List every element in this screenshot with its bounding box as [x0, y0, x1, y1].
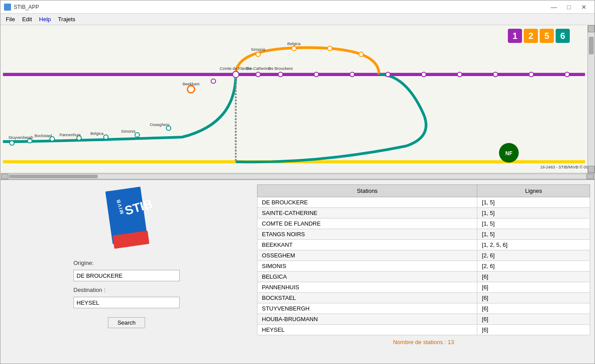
svg-text:De Brouckere: De Brouckere — [268, 66, 293, 71]
table-row: SIMONIS[2, 6] — [257, 261, 590, 272]
svg-point-30 — [327, 46, 332, 51]
menu-trajets[interactable]: Trajets — [54, 15, 79, 23]
map-scrollbar-horizontal[interactable] — [0, 173, 595, 179]
lignes-cell: [2, 6] — [477, 250, 590, 261]
svg-point-17 — [104, 135, 108, 139]
lignes-cell: [1, 5] — [477, 218, 590, 229]
destination-label: Destination : — [73, 287, 180, 293]
svg-point-8 — [233, 71, 239, 77]
col-header-lignes: Lignes — [477, 185, 590, 197]
app-window: STIB_APP — □ ✕ File Edit Help Trajets 1 … — [0, 0, 595, 364]
svg-point-6 — [256, 72, 260, 77]
close-button[interactable]: ✕ — [577, 3, 591, 11]
svg-point-35 — [422, 72, 426, 77]
line-legend: 1 2 5 6 — [508, 29, 570, 43]
logo-stib-text: STIB — [123, 197, 154, 218]
station-name-cell: PANNENHUIS — [257, 282, 477, 293]
svg-point-25 — [10, 141, 14, 145]
stations-table: Stations Lignes DE BROUCKERE[1, 5]SAINTE… — [257, 184, 590, 335]
lignes-cell: [1, 2, 5, 6] — [477, 240, 590, 250]
legend-line-2: 2 — [524, 29, 538, 43]
table-row: ETANGS NOIRS[1, 5] — [257, 229, 590, 240]
menu-edit[interactable]: Edit — [19, 15, 35, 23]
svg-point-38 — [529, 72, 534, 77]
right-panel: Stations Lignes DE BROUCKERE[1, 5]SAINTE… — [253, 180, 595, 364]
station-name-cell: BEEKKANT — [257, 240, 477, 250]
destination-dropdown-container: HEYSEL DE BROUCKERE SAINTE-CATHERINE COM… — [73, 297, 180, 308]
svg-point-39 — [565, 72, 569, 77]
station-name-cell: DE BROUCKERE — [257, 197, 477, 208]
lignes-cell: [6] — [477, 282, 590, 293]
station-name-cell: HOUBA-BRUGMANN — [257, 314, 477, 325]
table-row: BOCKSTAEL[6] — [257, 293, 590, 303]
left-panel: MIVB STIB Origine: DE BROUCKERE SAINTE-C… — [0, 180, 253, 364]
svg-point-15 — [135, 133, 139, 137]
app-title: STIB_APP — [14, 4, 39, 10]
menu-bar: File Edit Help Trajets — [0, 14, 595, 25]
stib-logo: MIVB STIB — [100, 189, 153, 251]
svg-text:NF: NF — [505, 150, 512, 157]
svg-text:Bockstael: Bockstael — [35, 134, 52, 138]
svg-point-11 — [188, 86, 195, 93]
legend-line-1: 1 — [508, 29, 522, 43]
table-row: BELGICA[6] — [257, 272, 590, 282]
svg-point-4 — [278, 72, 283, 77]
station-name-cell: STUYVENBERGH — [257, 303, 477, 314]
legend-line-6: 6 — [556, 29, 570, 43]
origine-dropdown[interactable]: DE BROUCKERE SAINTE-CATHERINE COMTE DE F… — [73, 270, 180, 281]
origine-label: Origine: — [73, 260, 180, 266]
minimize-button[interactable]: — — [547, 3, 561, 11]
svg-point-31 — [359, 52, 363, 57]
svg-text:Comte de Flandre: Comte de Flandre — [220, 66, 252, 71]
station-name-cell: BELGICA — [257, 272, 477, 282]
lignes-cell: [6] — [477, 303, 590, 314]
destination-dropdown[interactable]: HEYSEL DE BROUCKERE SAINTE-CATHERINE COM… — [73, 297, 180, 308]
svg-point-37 — [493, 72, 498, 77]
svg-text:Simonis: Simonis — [251, 47, 265, 52]
svg-point-32 — [314, 72, 319, 77]
station-name-cell: OSSEGHEM — [257, 250, 477, 261]
lignes-cell: [1, 5] — [477, 208, 590, 218]
map-container[interactable]: 1 2 5 6 — [0, 25, 587, 173]
table-row: PANNENHUIS[6] — [257, 282, 590, 293]
svg-text:Simonis: Simonis — [121, 129, 136, 134]
title-bar-controls: — □ ✕ — [547, 3, 591, 11]
main-content: 1 2 5 6 — [0, 25, 595, 364]
table-row: STUYVENBERGH[6] — [257, 303, 590, 314]
title-bar-left: STIB_APP — [4, 4, 39, 11]
station-name-cell: ETANGS NOIRS — [257, 229, 477, 240]
svg-point-26 — [256, 52, 260, 57]
lignes-cell: [6] — [477, 272, 590, 282]
svg-text:Stuyvenbergh: Stuyvenbergh — [8, 135, 33, 140]
svg-text:Osseghem: Osseghem — [150, 123, 169, 127]
legend-line-5: 5 — [540, 29, 554, 43]
table-row: COMTE DE FLANDRE[1, 5] — [257, 218, 590, 229]
col-header-stations: Stations — [257, 185, 477, 197]
origine-dropdown-container: DE BROUCKERE SAINTE-CATHERINE COMTE DE F… — [73, 270, 180, 281]
svg-point-36 — [457, 72, 462, 77]
station-name-cell: SIMONIS — [257, 261, 477, 272]
station-name-cell: COMTE DE FLANDRE — [257, 218, 477, 229]
table-row: HEYSEL[6] — [257, 325, 590, 335]
station-name-cell: HEYSEL — [257, 325, 477, 335]
station-name-cell: SAINTE-CATHERINE — [257, 208, 477, 218]
table-row: DE BROUCKERE[1, 5] — [257, 197, 590, 208]
menu-help[interactable]: Help — [35, 15, 54, 23]
metro-map-svg: De Brouckere Ste-Catherine Comte de Flan… — [0, 25, 587, 173]
menu-file[interactable]: File — [2, 15, 19, 23]
search-button[interactable]: Search — [108, 317, 145, 328]
map-scrollbar-vertical[interactable] — [587, 25, 595, 173]
lignes-cell: [1, 5] — [477, 197, 590, 208]
table-row: OSSEGHEM[2, 6] — [257, 250, 590, 261]
station-count: Nombre de stations : 13 — [257, 339, 590, 345]
logo-mivb-text: MIVB — [115, 198, 124, 215]
lignes-cell: [6] — [477, 293, 590, 303]
svg-text:Belgica: Belgica — [90, 131, 104, 136]
map-area: 1 2 5 6 — [0, 25, 595, 180]
svg-point-10 — [211, 79, 215, 83]
title-bar: STIB_APP — □ ✕ — [0, 0, 595, 14]
lignes-cell: [6] — [477, 325, 590, 335]
station-name-cell: BOCKSTAEL — [257, 293, 477, 303]
maximize-button[interactable]: □ — [562, 3, 576, 11]
bottom-section: MIVB STIB Origine: DE BROUCKERE SAINTE-C… — [0, 180, 595, 364]
